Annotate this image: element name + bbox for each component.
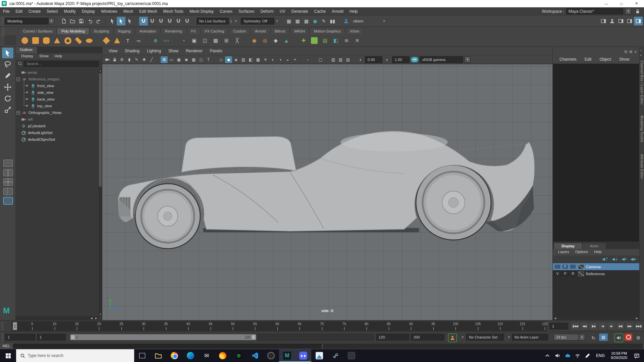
poly-plane-icon[interactable] [74, 36, 83, 45]
rotate-tool[interactable] [2, 93, 13, 104]
symmetry-dropdown[interactable]: ▼ [275, 19, 278, 23]
tray-hidden-icons[interactable] [542, 349, 552, 362]
menu-edit-mesh[interactable]: Edit Mesh [136, 7, 160, 15]
outliner-item-front-view[interactable]: front_view [16, 82, 99, 89]
quick-render-icon[interactable]: ▦ [293, 17, 302, 25]
modeling-toolkit-btn[interactable] [599, 17, 608, 25]
taskbar-discord[interactable] [295, 349, 311, 362]
scale-tool[interactable] [2, 105, 13, 115]
paint-select-tool[interactable] [2, 70, 13, 81]
vp-grid-icon[interactable]: ⊞ [161, 56, 168, 63]
range-slider-track[interactable]: 1 120 [70, 334, 374, 341]
shelf-grip[interactable] [2, 27, 4, 36]
render-view-icon[interactable]: ▦ [284, 17, 293, 25]
menu-curves[interactable]: Curves [217, 7, 235, 15]
outliner-item-reference-images[interactable]: −Reference_images [16, 76, 99, 82]
scroll-right-arrow[interactable]: ▶ [94, 317, 99, 320]
scroll-left-arrow[interactable]: ◀ [89, 317, 94, 320]
quad-draw-icon[interactable]: ✚ [299, 36, 308, 45]
undo-icon[interactable] [86, 17, 94, 25]
sculpt-tool-icon[interactable]: ✕ [353, 36, 362, 45]
select-tool[interactable] [2, 48, 13, 58]
poly-disc-icon[interactable] [85, 36, 94, 45]
taskbar-file-explorer[interactable] [150, 349, 166, 362]
poly-cone-icon[interactable] [52, 36, 62, 45]
menu-generate[interactable]: Generate [288, 7, 311, 15]
layer-toggle-reference[interactable] [570, 264, 576, 269]
minimize-button[interactable]: — [599, 0, 614, 7]
layer-editor-tab-display[interactable]: Display [554, 243, 582, 249]
poly-sphere-icon[interactable] [20, 36, 30, 45]
layout-outliner-persp[interactable] [3, 197, 13, 204]
vp-isolate-select-icon[interactable]: ▫ [304, 56, 311, 63]
poly-torus-icon[interactable] [63, 36, 72, 45]
taskbar-chrome[interactable] [166, 349, 182, 362]
vp-shadows-icon[interactable]: ◐ [269, 56, 276, 63]
vp-checkered-icon[interactable]: ▩ [255, 56, 262, 63]
new-scene-icon[interactable] [59, 17, 68, 25]
close-button[interactable]: ✕ [629, 0, 644, 7]
taskbar-search-box[interactable]: Type here to search [16, 349, 134, 362]
menu-mesh-display[interactable]: Mesh Display [186, 7, 217, 15]
taskbar-mail[interactable]: ✉ [199, 349, 215, 362]
character-set-dropdown-arrow[interactable]: ▼ [461, 336, 464, 339]
vp-xray-icon[interactable]: ▥ [330, 56, 337, 63]
menu-create[interactable]: Create [25, 7, 44, 15]
shelf-tab-bifrost[interactable]: Bifrost [270, 28, 289, 34]
make-live-icon[interactable]: ⊕ [151, 36, 160, 45]
shelf-tab-fx[interactable]: FX [187, 28, 200, 34]
shelf-tab-arnold[interactable]: Arnold [251, 28, 270, 34]
tab-channel-box-layer-editor[interactable]: Channel Box / Layer Editor [640, 60, 644, 105]
outliner-item-persp[interactable]: persp [16, 69, 99, 76]
current-frame-marker[interactable]: 1 [13, 322, 17, 330]
restore-button[interactable]: □ [614, 0, 629, 7]
saved-searches-icon[interactable] [18, 61, 22, 66]
layer-move-up-icon[interactable]: ◀⇡ [602, 257, 608, 261]
snap-to-origin-icon[interactable]: 0,0,0 [162, 36, 171, 45]
panel-menu-view[interactable]: View [105, 49, 121, 53]
outliner-menu-help[interactable]: Help [52, 53, 65, 60]
step-back-key-button[interactable]: ▮◀ [589, 322, 598, 330]
mute-audio-icon[interactable] [614, 334, 623, 342]
layer-color-swatch[interactable] [578, 264, 584, 269]
taskbar-edge[interactable] [182, 349, 199, 362]
viewport-canvas[interactable]: side -X [102, 64, 552, 320]
step-back-frame-button[interactable]: ◀◀ [580, 322, 589, 330]
menu-display[interactable]: Display [79, 7, 98, 15]
taskbar-app-dark-circle[interactable] [263, 349, 279, 362]
playback-range-bar[interactable]: 1 120 [70, 334, 256, 340]
current-frame-field[interactable]: 1 [549, 323, 568, 329]
rangeslider-grip[interactable] [1, 333, 4, 342]
boolean-union-icon[interactable]: ◉ [250, 36, 259, 45]
snap-to-view-plane-icon[interactable] [174, 17, 183, 25]
tray-language[interactable]: ENG [593, 353, 607, 358]
vp-image-plane-icon[interactable]: ✎ [133, 56, 140, 63]
statusline-grip[interactable] [1, 17, 4, 25]
taskbar-steam[interactable] [327, 349, 343, 362]
open-scene-icon[interactable] [68, 17, 77, 25]
shelf-tab-poly-modeling[interactable]: Poly Modeling [57, 28, 89, 34]
vp-camera-attributes-icon[interactable]: ⚙ [118, 56, 125, 63]
vp-camera-icon[interactable] [104, 56, 111, 63]
layer-toggle-reference[interactable]: R [570, 271, 576, 276]
fps-dropdown-arrow[interactable]: ▼ [579, 334, 585, 341]
panel-menu-lighting[interactable]: Lighting [143, 49, 165, 53]
vp-camera-lock-icon[interactable] [111, 56, 118, 63]
vp-safe-title-icon[interactable]: T [205, 56, 212, 63]
layer-new-from-selected-icon[interactable]: ◀+ [622, 257, 627, 261]
vp-gate-mask-icon[interactable]: ◙ [183, 56, 190, 63]
poly-cube-icon[interactable] [31, 36, 40, 45]
vp-anti-alias-icon[interactable]: ◓ [291, 56, 299, 63]
menu-file[interactable]: File [0, 7, 12, 15]
vp-field-chart-icon[interactable]: ▦ [190, 56, 197, 63]
vp-plane-icon[interactable]: ▤ [344, 56, 352, 63]
timeslider-grip[interactable] [1, 322, 4, 330]
outliner-item-pcylinder6[interactable]: pCylinder6 [16, 123, 99, 129]
combine-icon[interactable]: ▣ [190, 36, 199, 45]
action-center-icon[interactable] [631, 349, 643, 362]
pause-viewport-icon[interactable]: ▮▮ [328, 17, 337, 25]
humanik-btn[interactable] [608, 17, 616, 25]
snap-to-point-icon[interactable] [157, 17, 165, 25]
shelf-tab-mash[interactable]: MASH [290, 28, 309, 34]
vp-wireframe-on-shaded-icon[interactable]: ◈ [232, 56, 239, 63]
